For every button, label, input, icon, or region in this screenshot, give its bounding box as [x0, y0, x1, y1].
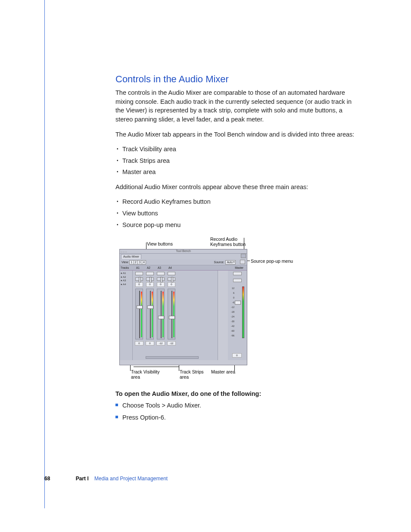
track-strips-area: 0 0 0 0 0: [133, 271, 218, 360]
master-scale: 1260-6-12-18-24-30-42-60-96: [229, 286, 234, 338]
level-value-a2: 0: [146, 341, 154, 346]
master-mute-button[interactable]: [233, 272, 242, 275]
window-titlebar: ○○○ Tool Bench: [120, 249, 247, 254]
hdr-tracks: Tracks: [121, 266, 129, 270]
level-value-a4: -12: [167, 341, 176, 346]
intro-para-1: The controls in the Audio Mixer are comp…: [115, 88, 357, 124]
level-value-a3: -12: [156, 341, 165, 346]
part-label: Part I: [76, 476, 89, 482]
list-item: Choose Tools > Audio Mixer.: [115, 401, 357, 410]
track-strip-a3: 0 -12: [156, 271, 166, 360]
pan-value-a3: 0: [157, 282, 165, 287]
hdr-a3: A3: [158, 266, 161, 270]
audio-mixer-tab[interactable]: Audio Mixer: [121, 254, 141, 259]
audio-mixer-figure: View buttons Record Audio Keyframes butt…: [115, 235, 357, 382]
intro-para-2: The Audio Mixer tab appears in the Tool …: [115, 130, 357, 139]
callout-record-audio-2: Keyframes button: [210, 241, 246, 248]
solo-mute-a3[interactable]: [157, 272, 165, 275]
master-downmix-button[interactable]: [233, 279, 242, 282]
hdr-master: Master: [235, 266, 243, 270]
hdr-a1: A1: [136, 266, 140, 270]
page-footer: 68 Part I Media and Project Management: [44, 476, 168, 482]
vis-toggle-a2[interactable]: ● A2: [121, 275, 131, 279]
open-steps-list: Choose Tools > Audio Mixer. Press Option…: [115, 401, 357, 422]
source-label: Source:: [214, 261, 224, 264]
section-title: Media and Project Management: [94, 476, 168, 482]
areas-list: Track Visibility area Track Strips area …: [115, 145, 357, 177]
callout-source-popup: Source pop-up menu: [251, 258, 293, 264]
vis-toggle-a1[interactable]: ● A1: [121, 271, 131, 275]
pan-value-a1: 0: [135, 282, 143, 287]
list-item: View buttons: [115, 209, 357, 218]
pan-slider-a2[interactable]: [146, 277, 154, 281]
pan-value-a4: 0: [168, 282, 175, 287]
master-level-value: 0: [232, 353, 242, 358]
track-visibility-area: ● A1 ● A2 ● A3 ● A4: [120, 271, 133, 360]
solo-mute-a1[interactable]: [135, 272, 143, 275]
pan-slider-a4[interactable]: [168, 277, 175, 281]
open-mixer-heading: To open the Audio Mixer, do one of the f…: [115, 389, 357, 398]
controls-list: Record Audio Keyframes button View butto…: [115, 197, 357, 229]
solo-mute-a2[interactable]: [146, 272, 154, 275]
view-button-4[interactable]: 4: [142, 260, 146, 264]
intro-para-3: Additional Audio Mixer controls appear a…: [115, 183, 357, 192]
track-strip-a2: 0 0: [145, 271, 155, 360]
view-label: View:: [121, 261, 129, 264]
fader-a2[interactable]: [146, 289, 154, 339]
hdr-a2: A2: [147, 266, 150, 270]
solo-mute-a4[interactable]: [168, 272, 175, 275]
page-heading: Controls in the Audio Mixer: [115, 72, 357, 86]
fader-a1[interactable]: [135, 289, 143, 339]
callout-master-area: Master area: [211, 369, 235, 375]
master-fader[interactable]: [235, 301, 241, 305]
record-keyframes-button[interactable]: [240, 260, 245, 264]
fader-a3[interactable]: [157, 289, 165, 339]
pan-slider-a3[interactable]: [157, 277, 165, 281]
list-item: Record Audio Keyframes button: [115, 197, 357, 206]
list-item: Source pop-up menu: [115, 221, 357, 230]
audio-mixer-window: ○○○ Tool Bench Audio Mixer View: 1234 So…: [119, 249, 247, 365]
pan-value-a2: 0: [146, 282, 154, 287]
hdr-a4: A4: [168, 266, 172, 270]
level-value-a1: 0: [135, 341, 143, 346]
list-item: Press Option-6.: [115, 413, 357, 422]
list-item: Track Visibility area: [115, 145, 357, 154]
vis-toggle-a4[interactable]: ● A4: [121, 283, 131, 286]
track-strip-a1: 0 0: [134, 271, 144, 360]
strips-scrollbar[interactable]: [146, 356, 199, 359]
column-headers: Tracks A1 A2 A3 A4 Master: [120, 265, 247, 271]
callout-track-vis-2: area: [131, 374, 140, 380]
pan-slider-a1[interactable]: [135, 277, 143, 281]
callout-track-strips-2: area: [180, 374, 189, 380]
track-strip-a4: 0 -12: [166, 271, 177, 360]
master-meter: [242, 286, 244, 338]
window-menu-button[interactable]: [241, 254, 246, 258]
window-title: Tool Bench: [120, 249, 247, 253]
fader-a4[interactable]: [168, 289, 175, 339]
callout-view-buttons: View buttons: [147, 241, 173, 247]
source-popup-menu[interactable]: Auto: [225, 260, 236, 264]
vis-toggle-a3[interactable]: ● A3: [121, 279, 131, 283]
master-area: 1260-6-12-18-24-30-42-60-96 0: [228, 271, 247, 360]
list-item: Master area: [115, 168, 357, 177]
page-number: 68: [44, 476, 50, 482]
list-item: Track Strips area: [115, 156, 357, 165]
